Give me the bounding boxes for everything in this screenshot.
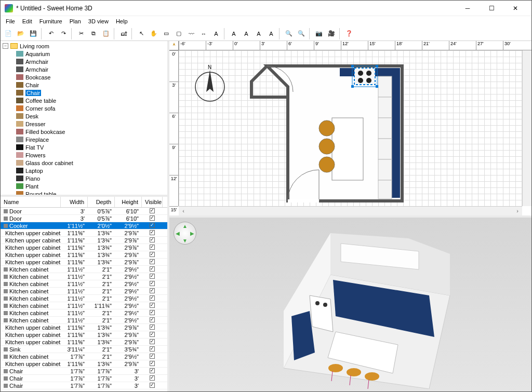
add-furniture-icon[interactable]: 🛋 bbox=[118, 28, 129, 39]
catalog-item[interactable]: Glass door cabinet bbox=[1, 159, 167, 167]
cell-visible[interactable] bbox=[142, 288, 163, 294]
catalog-item-label[interactable]: Flowers bbox=[25, 152, 46, 158]
table-row[interactable]: Kitchen upper cabinet1'11⅝"1'3¾"2'9⅞" bbox=[1, 237, 167, 244]
furniture-table[interactable]: Name Width Depth Height Visible Door3'0'… bbox=[1, 197, 167, 391]
category-living-room[interactable]: −Living room bbox=[1, 42, 167, 50]
plan-vscrollbar[interactable] bbox=[522, 50, 531, 206]
cell-visible[interactable] bbox=[142, 346, 163, 353]
table-row[interactable]: Kitchen upper cabinet1'11⅝"1'3¾"2'9⅞" bbox=[1, 229, 167, 237]
cell-visible[interactable] bbox=[142, 208, 163, 214]
text-size-up-icon[interactable]: A bbox=[253, 28, 264, 39]
catalog-item[interactable]: Bookcase bbox=[1, 73, 167, 81]
catalog-item[interactable]: Armchair bbox=[1, 58, 167, 65]
cell-visible[interactable] bbox=[142, 237, 163, 244]
table-row[interactable]: Kitchen cabinet1'11½"1'11¾"2'9½" bbox=[1, 302, 167, 309]
catalog-item-label[interactable]: Chair bbox=[25, 82, 39, 88]
menu-file[interactable]: File bbox=[3, 17, 18, 25]
cooker-plan[interactable] bbox=[351, 65, 378, 88]
text-bold-icon[interactable]: A bbox=[228, 28, 240, 39]
catalog-item-label[interactable]: Dresser bbox=[25, 121, 46, 127]
text-italic-icon[interactable]: A bbox=[241, 28, 252, 39]
maximize-button[interactable]: ☐ bbox=[480, 1, 503, 16]
table-row[interactable]: Chair1'7⅞"1'7⅞"3' bbox=[1, 382, 167, 389]
catalog-item[interactable]: Piano bbox=[1, 174, 167, 182]
catalog-item[interactable]: Coffee table bbox=[1, 97, 167, 104]
catalog-item-label[interactable]: Plant bbox=[25, 183, 38, 190]
col-visible[interactable]: Visible bbox=[142, 197, 163, 207]
dimension-tool-icon[interactable]: ↔ bbox=[198, 28, 209, 39]
table-row[interactable]: Kitchen cabinet1'7⅞"2'1"2'9½" bbox=[1, 353, 167, 360]
catalog-item[interactable]: Fireplace bbox=[1, 136, 167, 143]
catalog-item-label[interactable]: Filled bookcase bbox=[25, 129, 65, 135]
catalog-item[interactable]: Flowers bbox=[1, 151, 167, 159]
select-tool-icon[interactable]: ↖ bbox=[136, 28, 147, 39]
catalog-item[interactable]: Chair bbox=[1, 89, 167, 97]
catalog-item-label[interactable]: Round table bbox=[25, 191, 56, 197]
cell-visible[interactable] bbox=[142, 325, 163, 331]
col-width[interactable]: Width bbox=[61, 197, 88, 207]
cell-visible[interactable] bbox=[142, 310, 163, 316]
table-row[interactable]: Door3'0'5⅞"6'10" bbox=[1, 208, 167, 215]
cell-visible[interactable] bbox=[142, 215, 163, 222]
room-tool-icon[interactable]: ▢ bbox=[173, 28, 184, 39]
cell-visible[interactable] bbox=[142, 383, 163, 389]
text-size-down-icon[interactable]: A bbox=[265, 28, 277, 39]
catalog-item-label[interactable]: Coffee table bbox=[25, 98, 56, 104]
video-icon[interactable]: 🎥 bbox=[326, 28, 337, 39]
col-name[interactable]: Name bbox=[1, 197, 61, 207]
catalog-item[interactable]: Plant bbox=[1, 182, 167, 190]
help-icon[interactable]: ❓ bbox=[343, 28, 355, 39]
table-row[interactable]: Kitchen upper cabinet1'11⅝"1'3¾"2'9⅞" bbox=[1, 324, 167, 331]
table-row[interactable]: Kitchen upper cabinet1'11⅝"1'3¾"2'9⅞" bbox=[1, 360, 167, 368]
catalog-item-label[interactable]: Piano bbox=[25, 175, 40, 182]
cell-visible[interactable] bbox=[142, 281, 163, 287]
table-row[interactable]: Kitchen upper cabinet1'11⅝"1'3¾"2'9⅞" bbox=[1, 331, 167, 339]
table-row[interactable]: Chair1'7⅞"1'7⅞"3' bbox=[1, 375, 167, 382]
copy-icon[interactable]: ⧉ bbox=[88, 28, 99, 39]
col-height[interactable]: Height bbox=[115, 197, 142, 207]
zoom-out-icon[interactable]: 🔍 bbox=[296, 28, 307, 39]
menu-plan[interactable]: Plan bbox=[66, 17, 84, 25]
table-row[interactable]: Kitchen cabinet1'11½"2'1"2'9½" bbox=[1, 280, 167, 288]
catalog-item-label[interactable]: Armchair bbox=[25, 66, 48, 73]
catalog-item[interactable]: Aquarium bbox=[1, 50, 167, 58]
table-row[interactable]: Door3'0'5⅞"6'10" bbox=[1, 215, 167, 222]
scroll-left-icon[interactable]: ‹ bbox=[179, 207, 188, 216]
collapse-icon[interactable]: − bbox=[3, 43, 8, 49]
menu-furniture[interactable]: Furniture bbox=[36, 17, 65, 25]
undo-icon[interactable]: ↶ bbox=[45, 28, 57, 39]
scroll-right-icon[interactable]: › bbox=[513, 207, 522, 216]
cell-visible[interactable] bbox=[142, 259, 163, 265]
cell-visible[interactable] bbox=[142, 266, 163, 273]
cell-visible[interactable] bbox=[142, 223, 163, 229]
furniture-catalog[interactable]: −Living roomAquariumArmchairArmchairBook… bbox=[1, 41, 167, 197]
catalog-item-label[interactable]: Chair bbox=[25, 90, 41, 96]
cell-visible[interactable] bbox=[142, 295, 163, 302]
zoom-in-icon[interactable]: 🔍 bbox=[283, 28, 295, 39]
cell-visible[interactable] bbox=[142, 252, 163, 258]
photo-icon[interactable]: 📷 bbox=[313, 28, 325, 39]
minimize-button[interactable]: ─ bbox=[456, 1, 480, 16]
plan-hscrollbar[interactable]: ‹ › bbox=[179, 206, 522, 215]
cell-visible[interactable] bbox=[142, 332, 163, 338]
table-row[interactable]: Kitchen cabinet1'11½"2'1"2'9½" bbox=[1, 273, 167, 280]
new-icon[interactable]: 📄 bbox=[3, 28, 14, 39]
table-row[interactable]: Kitchen upper cabinet1'11⅝"1'3¾"2'9⅞" bbox=[1, 251, 167, 259]
table-row[interactable]: Kitchen cabinet1'11½"2'1"2'9½" bbox=[1, 288, 167, 295]
table-row[interactable]: Kitchen cabinet1'11½"2'1"2'9½" bbox=[1, 295, 167, 302]
plan-view[interactable]: -6'-3'0'3'6'9'12'15'18'21'24'27'30' 0'3'… bbox=[169, 41, 531, 218]
text-tool-icon[interactable]: A bbox=[210, 28, 222, 39]
table-row[interactable]: Kitchen cabinet1'11½"2'1"2'9½" bbox=[1, 317, 167, 324]
menu-help[interactable]: Help bbox=[113, 17, 131, 25]
catalog-item[interactable]: Chair bbox=[1, 81, 167, 89]
cell-visible[interactable] bbox=[142, 245, 163, 251]
cell-visible[interactable] bbox=[142, 354, 163, 360]
polyline-tool-icon[interactable]: 〰 bbox=[185, 28, 197, 39]
catalog-item-label[interactable]: Laptop bbox=[25, 168, 43, 174]
floor-plan-drawing[interactable]: N bbox=[179, 50, 531, 217]
table-row[interactable]: Kitchen cabinet1'11½"2'1"2'9½" bbox=[1, 309, 167, 317]
redo-icon[interactable]: ↷ bbox=[58, 28, 69, 39]
plan-origin-icon[interactable] bbox=[169, 41, 179, 50]
table-row[interactable]: Cooker1'11½"2'0½"2'9½" bbox=[1, 222, 167, 229]
close-button[interactable]: ✕ bbox=[503, 1, 527, 16]
